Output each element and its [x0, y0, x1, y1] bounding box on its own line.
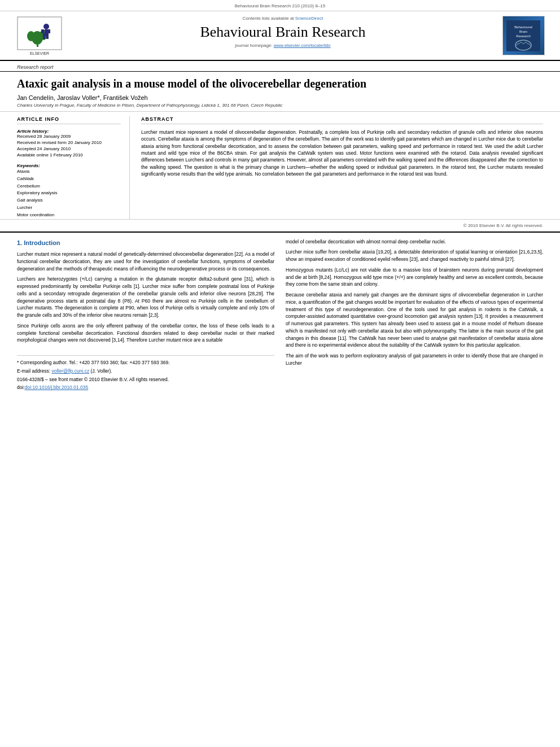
copyright-line: © 2010 Elsevier B.V. All rights reserved…: [0, 220, 560, 233]
elsevier-logo-area: ELSEVIER: [11, 16, 68, 55]
journal-homepage: journal homepage: www.elsevier.com/locat…: [79, 43, 487, 48]
right-para-4: Because cerebellar ataxia and namely gai…: [286, 291, 543, 349]
section1-heading: 1. Introduction: [17, 238, 274, 248]
sciencedirect-link[interactable]: ScienceDirect: [295, 16, 323, 21]
right-para-2: Lurcher mice suffer from cerebellar atax…: [286, 248, 543, 263]
article-info-column: ARTICLE INFO Article history: Received 2…: [17, 116, 130, 219]
footnote-doi: doi:doi:10.1016/j.bbr.2010.01.035: [17, 384, 274, 391]
svg-point-2: [27, 31, 35, 41]
footnote-star: * Corresponding author. Tel.: +420 377 5…: [17, 359, 274, 366]
keyword-motor: Motor coordination: [17, 212, 121, 219]
body-content: 1. Introduction Lurcher mutant mice repr…: [0, 233, 560, 393]
body-para-3: Since Purkinje cells axons are the only …: [17, 322, 274, 344]
keyword-exploratory: Exploratory analysis: [17, 190, 121, 197]
article-affiliation: Charles University in Prague, Faculty of…: [17, 103, 543, 108]
article-type: Research report: [0, 61, 560, 72]
abstract-column: ABSTRACT Lurcher mutant mice represent a…: [130, 116, 543, 219]
keywords-section: Keywords: Ataxia CatWalk Cerebellum Expl…: [17, 163, 121, 219]
body-left-column: 1. Introduction Lurcher mutant mice repr…: [17, 238, 274, 393]
keyword-catwalk: CatWalk: [17, 176, 121, 183]
keyword-lurcher: Lurcher: [17, 204, 121, 212]
svg-text:Brain: Brain: [519, 30, 527, 33]
body-para-1: Lurcher mutant mice represent a natural …: [17, 251, 274, 272]
right-para-3: Homozygous mutants (Lc/Lc) are not viabl…: [286, 267, 543, 288]
journal-logo-box: Behavioural Brain Research: [502, 16, 545, 55]
received-value: Received 28 January 2009: [17, 134, 121, 139]
section1-heading-text: Introduction: [24, 239, 60, 246]
svg-text:Research: Research: [516, 34, 531, 38]
body-para-2: Lurchers are heterozygotes (+/Lc) carryi…: [17, 276, 274, 319]
accepted-value: Accepted 24 January 2010: [17, 146, 121, 151]
available-value: Available online 1 February 2010: [17, 152, 121, 158]
journal-title: Behavioural Brain Research: [79, 23, 487, 41]
email-link[interactable]: voller@lfp.cuni.cz: [51, 368, 89, 374]
keyword-cerebellum: Cerebellum: [17, 183, 121, 190]
contents-available: Contents lists available at ScienceDirec…: [79, 16, 487, 21]
keyword-ataxia: Ataxia: [17, 168, 121, 176]
doi-link[interactable]: doi:10.1016/j.bbr.2010.01.035: [25, 385, 89, 390]
homepage-link[interactable]: www.elsevier.com/locate/bbr: [274, 43, 331, 48]
abstract-heading: ABSTRACT: [141, 116, 543, 124]
article-authors: Jan Cendelín, Jaroslav Voller*, Františe…: [17, 94, 543, 101]
elsevier-text: ELSEVIER: [30, 51, 49, 55]
article-meta-area: ARTICLE INFO Article history: Received 2…: [0, 112, 560, 220]
svg-text:Behavioural: Behavioural: [514, 25, 532, 29]
article-title-area: Ataxic gait analysis in a mouse model of…: [0, 72, 560, 112]
body-right-column: model of cerebellar decortication with a…: [286, 238, 543, 393]
elsevier-logo-svg: [17, 16, 62, 50]
footnote-area: * Corresponding author. Tel.: +420 377 5…: [17, 355, 274, 391]
citation-bar: Behavioural Brain Research 210 (2010) 8–…: [0, 0, 560, 11]
keyword-gait: Gait analysis: [17, 197, 121, 204]
right-para-1: model of cerebellar decortication with a…: [286, 238, 543, 246]
bbr-logo: Behavioural Brain Research: [506, 20, 540, 51]
keywords-label: Keywords:: [17, 163, 121, 168]
svg-rect-8: [41, 29, 44, 33]
revised-value: Received in revised form 20 January 2010: [17, 140, 121, 145]
citation-text: Behavioural Brain Research 210 (2010) 8–…: [235, 3, 326, 8]
svg-point-4: [43, 24, 49, 29]
page: Behavioural Brain Research 210 (2010) 8–…: [0, 0, 560, 747]
journal-title-area: Contents lists available at ScienceDirec…: [68, 16, 498, 55]
footnote-issn: 0166-4328/$ – see front matter © 2010 El…: [17, 376, 274, 383]
history-label: Article history:: [17, 129, 121, 134]
svg-rect-9: [47, 29, 50, 33]
footnote-email: E-mail address: voller@lfp.cuni.cz (J. V…: [17, 368, 274, 375]
article-title: Ataxic gait analysis in a mouse model of…: [17, 76, 543, 91]
abstract-text: Lurcher mutant mice represent a model of…: [141, 129, 543, 177]
journal-header: ELSEVIER Contents lists available at Sci…: [0, 11, 560, 61]
right-para-5: The aim of the work was to perform explo…: [286, 352, 543, 367]
svg-rect-7: [46, 33, 49, 39]
journal-logo-area: Behavioural Brain Research: [498, 16, 549, 55]
svg-rect-6: [43, 33, 45, 39]
article-info-heading: ARTICLE INFO: [17, 116, 121, 124]
